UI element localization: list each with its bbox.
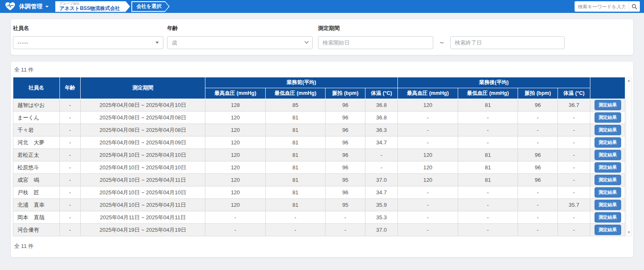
measurement-result-button[interactable]: 測定結果	[595, 125, 621, 135]
table-row: 河北 大夢 - 2025年04月09日 ~ 2025年04月09日 120 81…	[13, 136, 625, 149]
before-pulse-cell: 96	[326, 186, 365, 199]
app-title-menu[interactable]: 体調管理	[19, 3, 49, 10]
measurement-result-button[interactable]: 測定結果	[595, 162, 621, 173]
col-header-age: 年齢	[60, 77, 81, 99]
after-pulse-cell: -	[518, 224, 558, 236]
search-input[interactable]	[575, 4, 629, 9]
table-row: 千々岩 - 2025年04月08日 ~ 2025年04月08日 120 81 9…	[13, 124, 625, 136]
table-row: 河合優有 - 2025年04月19日 ~ 2025年04月19日 - - - 3…	[13, 224, 625, 236]
table-body: 越智はやお - 2025年04月08日 ~ 2025年04月10日 128 85…	[13, 99, 625, 236]
before-pulse-cell: 95	[326, 199, 365, 211]
after-diastolic-cell: 81	[458, 174, 518, 186]
search-start-date-input[interactable]	[323, 40, 429, 46]
measurement-result-button[interactable]: 測定結果	[595, 175, 621, 185]
after-diastolic-cell: -	[458, 224, 518, 236]
after-pulse-cell: 96	[518, 149, 558, 161]
before-diastolic-cell: 81	[266, 174, 326, 186]
period-cell: 2025年04月10日 ~ 2025年04月10日	[81, 186, 205, 199]
app-title-label: 体調管理	[19, 3, 42, 10]
scroll-down-icon[interactable]: ▼	[627, 231, 631, 234]
employee-name-cell: 北浦 直幸	[13, 199, 60, 211]
before-temp-cell: 36.8	[365, 111, 398, 124]
search-end-date-input[interactable]	[455, 40, 560, 46]
before-systolic-cell: 120	[205, 186, 266, 199]
before-diastolic-cell: 81	[266, 186, 326, 199]
date-range-tilde: ～	[439, 39, 445, 47]
before-diastolic-cell: 81	[266, 111, 326, 124]
period-cell: 2025年04月10日 ~ 2025年04月11日	[81, 174, 205, 186]
after-diastolic-cell: -	[458, 111, 518, 124]
scroll-up-icon[interactable]: ▲	[627, 79, 631, 82]
measurement-result-button[interactable]: 測定結果	[595, 225, 621, 235]
employee-name-cell: 松原悠斗	[13, 161, 60, 174]
employee-name-cell: 河合優有	[13, 224, 60, 236]
after-pulse-cell: -	[518, 124, 558, 136]
table-row: 若松正太 - 2025年04月10日 ~ 2025年04月10日 120 81 …	[13, 149, 625, 161]
results-panel: 全 11 件 社員名 年齢 測定期間 業務前(平均) 業務後(平均) 最	[10, 61, 634, 258]
before-diastolic-cell: -	[266, 211, 326, 224]
after-diastolic-cell: 81	[458, 161, 518, 174]
after-diastolic-cell: -	[458, 124, 518, 136]
before-diastolic-cell: 81	[266, 124, 326, 136]
before-pulse-cell: -	[326, 211, 365, 224]
before-systolic-cell: 120	[205, 149, 266, 161]
table-row: 岡本 直哉 - 2025年04月11日 ~ 2025年04月11日 - - - …	[13, 211, 625, 224]
after-temp-cell: 35.7	[558, 199, 590, 211]
before-diastolic-cell: 81	[266, 136, 326, 149]
after-pulse-cell: 96	[518, 161, 558, 174]
after-pulse-cell: -	[518, 111, 558, 124]
vertical-scrollbar[interactable]: ▲ ▼	[626, 77, 632, 236]
col-header-before-systolic: 最高血圧 (mmHg)	[205, 88, 266, 99]
period-cell: 2025年04月08日 ~ 2025年04月10日	[81, 99, 205, 111]
before-pulse-cell: 96	[326, 99, 365, 111]
period-cell: 2025年04月09日 ~ 2025年04月09日	[81, 136, 205, 149]
measurement-result-button[interactable]: 測定結果	[595, 100, 621, 110]
table-row: 成宮 鳴 - 2025年04月10日 ~ 2025年04月11日 120 81 …	[13, 174, 625, 186]
age-cell: -	[60, 111, 81, 124]
measurement-result-button[interactable]: 測定結果	[595, 137, 621, 148]
after-temp-cell: -	[558, 124, 590, 136]
employee-name-cell: 若松正太	[13, 149, 60, 161]
before-pulse-cell: -	[326, 224, 365, 236]
before-diastolic-cell: 81	[266, 199, 326, 211]
breadcrumb-company-name: アネストBSS物流株式会社	[59, 6, 120, 11]
after-systolic-cell: 120	[398, 99, 458, 111]
after-diastolic-cell: 81	[458, 149, 518, 161]
after-pulse-cell: 96	[518, 174, 558, 186]
after-temp-cell: -	[558, 186, 590, 199]
breadcrumb-company[interactable]: グループ会社 アネストBSS物流株式会社	[55, 1, 130, 12]
age-label: 年齢	[167, 25, 313, 32]
col-header-after-pulse: 脈拍 (bpm)	[518, 88, 558, 99]
period-cell: 2025年04月10日 ~ 2025年04月11日	[81, 199, 205, 211]
after-diastolic-cell: -	[458, 211, 518, 224]
after-pulse-cell: -	[518, 186, 558, 199]
search-end-date-field	[450, 36, 565, 49]
breadcrumb-select-company-label: 会社を選択	[136, 3, 161, 10]
employee-name-select-value: -----	[17, 40, 29, 46]
period-cell: 2025年04月08日 ~ 2025年04月08日	[81, 111, 205, 124]
before-temp-cell: -	[365, 161, 398, 174]
table-row: 越智はやお - 2025年04月08日 ~ 2025年04月10日 128 85…	[13, 99, 625, 111]
employee-name-select[interactable]: -----	[13, 36, 163, 49]
before-systolic-cell: 120	[205, 199, 266, 211]
age-cell: -	[60, 99, 81, 111]
measurement-result-button[interactable]: 測定結果	[595, 150, 621, 160]
before-systolic-cell: 120	[205, 124, 266, 136]
before-systolic-cell: 120	[205, 161, 266, 174]
col-group-before-work: 業務前(平均)	[205, 77, 398, 88]
measurement-result-button[interactable]: 測定結果	[595, 187, 621, 198]
measurement-result-button[interactable]: 測定結果	[595, 200, 621, 210]
measurement-result-button[interactable]: 測定結果	[595, 212, 621, 223]
before-temp-cell: 34.7	[365, 136, 398, 149]
breadcrumb-select-company[interactable]: 会社を選択	[131, 1, 170, 12]
after-temp-cell: -	[558, 149, 590, 161]
search-icon[interactable]	[629, 1, 640, 12]
total-count-bottom: 全 11 件	[14, 243, 631, 250]
employee-name-cell: 千々岩	[13, 124, 60, 136]
age-select[interactable]: 歳	[167, 36, 313, 49]
after-temp-cell: -	[558, 136, 590, 149]
total-count-top: 全 11 件	[14, 66, 631, 74]
after-temp-cell: -	[558, 211, 590, 224]
period-cell: 2025年04月11日 ~ 2025年04月11日	[81, 211, 205, 224]
measurement-result-button[interactable]: 測定結果	[595, 112, 621, 123]
